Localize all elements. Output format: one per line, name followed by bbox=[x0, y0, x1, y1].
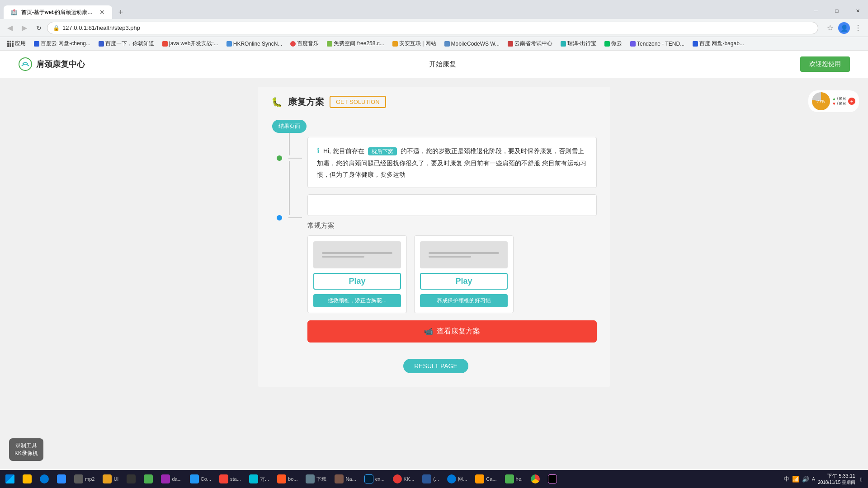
bookmark-baidu[interactable]: 百度一下，你就知道 bbox=[95, 39, 158, 48]
bookmark-btn[interactable]: ☆ bbox=[824, 22, 836, 34]
taskbar-sta[interactable]: sta... bbox=[216, 471, 245, 487]
video-card-1: Play 拯救颈椎，矫正含胸驼... bbox=[307, 235, 407, 313]
taskbar-explorer-icon bbox=[23, 474, 32, 483]
taskbar-da[interactable]: da... bbox=[157, 471, 185, 487]
site-nav-link[interactable]: 开始康复 bbox=[429, 60, 456, 69]
tab-close-btn[interactable]: ✕ bbox=[99, 9, 105, 16]
taskbar-down[interactable]: 下载 bbox=[302, 471, 330, 487]
upload-arrow: ▲ bbox=[832, 96, 836, 101]
taskbar-chrome[interactable] bbox=[527, 471, 543, 487]
video-label-btn-1[interactable]: 拯救颈椎，矫正含胸驼... bbox=[313, 294, 401, 307]
taskbar-word[interactable]: (... bbox=[419, 471, 443, 487]
taskbar-explorer[interactable] bbox=[19, 471, 35, 487]
taskbar-video[interactable] bbox=[123, 471, 139, 487]
taskbar-book-icon bbox=[144, 474, 153, 483]
taskbar-na-icon bbox=[335, 474, 344, 483]
taskbar-start[interactable] bbox=[2, 471, 18, 487]
get-solution-btn[interactable]: GET SOLUTION bbox=[330, 96, 386, 108]
bookmark-baidu-wangpan[interactable]: 百度 网盘-bagab... bbox=[689, 39, 748, 48]
status-plus-btn[interactable]: + bbox=[848, 98, 855, 105]
taskbar-wan-icon bbox=[249, 474, 258, 483]
bookmark-anan[interactable]: 安安互联 | 网站 bbox=[389, 39, 440, 48]
taskbar-kk[interactable]: KK... bbox=[389, 471, 418, 487]
tl-dash-1 bbox=[288, 158, 302, 159]
tray-volume[interactable]: 🔊 bbox=[802, 476, 809, 483]
highlight-badge: 枕后下窝 bbox=[368, 147, 397, 155]
taskbar-he-icon bbox=[505, 474, 514, 483]
try-btn[interactable]: 欢迎您使用 bbox=[800, 56, 850, 72]
reload-btn[interactable]: ↻ bbox=[33, 22, 45, 34]
browser-content: 肩颈康复中心 开始康复 欢迎您使用 🐛 康复方案 GET SOLUTION bbox=[0, 51, 868, 478]
see-plan-btn[interactable]: 📹 查看康复方案 bbox=[307, 320, 597, 343]
thumb-line-4 bbox=[429, 256, 471, 258]
taskbar-na[interactable]: Na... bbox=[331, 471, 359, 487]
bookmark-apps[interactable]: 应用 bbox=[4, 39, 29, 48]
taskbar-mp2-icon bbox=[74, 474, 83, 483]
taskbar-ui[interactable]: UI bbox=[99, 471, 122, 487]
bookmark-weiyun[interactable]: 微云 bbox=[601, 39, 626, 48]
taskbar-co[interactable]: Co... bbox=[186, 471, 215, 487]
logo-text: 肩颈康复中心 bbox=[36, 59, 85, 70]
kk-line1: 录制工具 bbox=[14, 442, 38, 450]
video-card-2: Play 养成保护颈椎的好习惯 bbox=[414, 235, 514, 313]
tray-input-method[interactable]: A bbox=[812, 476, 815, 482]
taskbar-ca[interactable]: Ca... bbox=[472, 471, 500, 487]
taskbar-down-icon bbox=[306, 474, 315, 483]
taskbar-idea-icon bbox=[548, 474, 557, 483]
lock-icon: 🔒 bbox=[53, 25, 60, 31]
tray-network[interactable]: 📶 bbox=[792, 476, 799, 483]
new-tab-btn[interactable]: + bbox=[114, 5, 127, 19]
play-btn-2[interactable]: Play bbox=[420, 273, 508, 290]
bookmark-hkr[interactable]: HKROnline SyncN... bbox=[223, 40, 286, 48]
tray-show-desktop[interactable]: ▯ bbox=[860, 477, 863, 482]
see-plan-label: 查看康复方案 bbox=[437, 327, 480, 336]
minimize-btn[interactable]: ─ bbox=[806, 3, 826, 19]
bookmarks-bar: 应用 百度云 网盘-cheng... 百度一下，你就知道 java web开发实… bbox=[0, 37, 868, 51]
taskbar-idea[interactable] bbox=[544, 471, 561, 487]
bookmark-baidu-music[interactable]: 百度音乐 bbox=[287, 39, 322, 48]
back-btn[interactable]: ◀ bbox=[4, 22, 16, 34]
browser-tab-active[interactable]: 🏥 首页-基于web的肩颈运动康复网... ✕ bbox=[4, 5, 112, 19]
taskbar-he[interactable]: he. bbox=[501, 471, 526, 487]
tray-date: 2018/11/15 星期四 bbox=[818, 479, 855, 486]
menu-btn[interactable]: ⋮ bbox=[852, 22, 864, 34]
bookmark-tendzone[interactable]: Tendzone - TEND... bbox=[627, 40, 688, 48]
taskbar-ss[interactable] bbox=[53, 471, 70, 487]
forward-btn[interactable]: ▶ bbox=[18, 22, 31, 34]
taskbar-edge[interactable] bbox=[36, 471, 52, 487]
see-plan-icon: 📹 bbox=[424, 327, 433, 336]
taskbar-ca-icon bbox=[475, 474, 484, 483]
tl-line-1 bbox=[289, 133, 290, 155]
tray-datetime[interactable]: 下午 5:33:11 2018/11/15 星期四 bbox=[818, 473, 855, 486]
taskbar-web[interactable]: 网... bbox=[443, 471, 471, 487]
tray-lang[interactable]: 中 bbox=[784, 475, 789, 483]
result-page-btn[interactable]: RESULT PAGE bbox=[403, 359, 468, 373]
result-page-top-btn[interactable]: 结果页面 bbox=[272, 120, 307, 133]
play-btn-1[interactable]: Play bbox=[313, 273, 401, 290]
bookmark-yunnan[interactable]: 云南省考试中心 bbox=[504, 39, 556, 48]
bookmark-baidu-pan[interactable]: 百度云 网盘-cheng... bbox=[30, 39, 94, 48]
status-speeds: ▲ 0K/s ▼ 0K/s bbox=[832, 96, 846, 106]
profile-btn[interactable]: 👤 bbox=[838, 22, 850, 34]
thumb-line-1 bbox=[322, 252, 392, 254]
taskbar-co-icon bbox=[190, 474, 199, 483]
taskbar-mp2[interactable]: mp2 bbox=[71, 471, 98, 487]
url-text: 127.0.0.1:81/health/step3.php bbox=[62, 24, 812, 31]
bookmark-java[interactable]: java web开发实战:... bbox=[159, 39, 222, 48]
bookmark-mobilecode[interactable]: MobileCodeWS W... bbox=[441, 40, 503, 48]
empty-box bbox=[307, 194, 597, 216]
taskbar-wan[interactable]: 万... bbox=[245, 471, 273, 487]
taskbar-ps[interactable]: ex... bbox=[361, 471, 388, 487]
taskbar-web-icon bbox=[447, 474, 456, 483]
bookmark-free258[interactable]: 免费空间 free258.c... bbox=[323, 39, 387, 48]
video-label-btn-2[interactable]: 养成保护颈椎的好习惯 bbox=[420, 294, 508, 307]
taskbar-book[interactable] bbox=[140, 471, 156, 487]
taskbar-bo[interactable]: bo... bbox=[274, 471, 301, 487]
tray-time: 下午 5:33:11 bbox=[818, 473, 855, 479]
maximize-btn[interactable]: □ bbox=[826, 3, 847, 19]
bookmark-ruize[interactable]: 瑞泽-出行宝 bbox=[557, 39, 600, 48]
close-btn[interactable]: ✕ bbox=[847, 3, 868, 19]
taskbar-ui-icon bbox=[103, 474, 112, 483]
upload-speed: ▲ 0K/s bbox=[832, 96, 846, 101]
address-bar[interactable]: 🔒 127.0.0.1:81/health/step3.php bbox=[47, 22, 818, 34]
